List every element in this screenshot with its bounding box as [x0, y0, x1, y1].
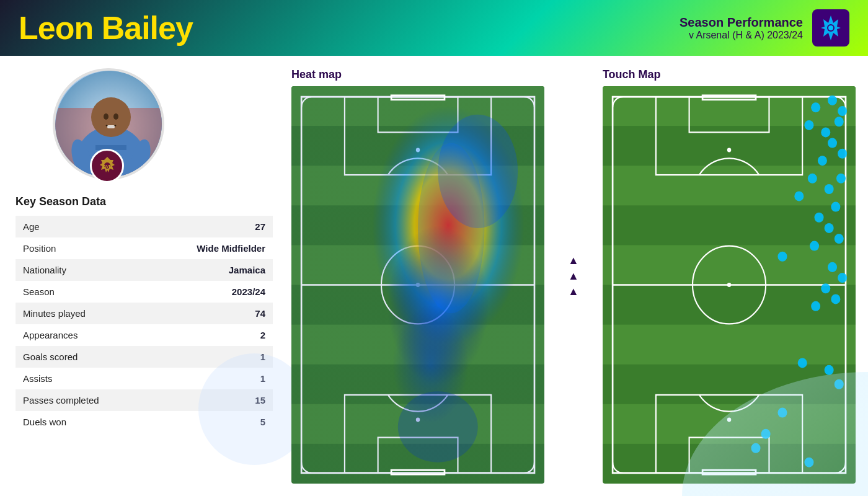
stat-value: 74 — [149, 303, 273, 324]
key-data-title: Key Season Data — [16, 195, 273, 208]
svg-point-74 — [814, 213, 823, 223]
svg-rect-46 — [603, 325, 856, 365]
stat-label: Passes completed — [16, 389, 149, 411]
svg-point-72 — [794, 191, 804, 201]
svg-point-65 — [835, 117, 844, 126]
heatmap-title: Heat map — [291, 68, 544, 81]
heatmap-section: Heat map — [291, 68, 544, 484]
table-row: Passes completed15 — [16, 389, 273, 411]
svg-point-85 — [825, 365, 834, 375]
svg-point-73 — [831, 202, 840, 212]
stat-value: 1 — [149, 368, 273, 389]
svg-point-84 — [798, 358, 807, 368]
header: Leon Bailey Season Performance v Arsenal… — [0, 0, 868, 56]
svg-point-82 — [831, 294, 840, 304]
svg-point-60 — [811, 102, 820, 112]
svg-point-90 — [804, 458, 813, 467]
table-row: Assists1 — [16, 368, 273, 389]
svg-point-89 — [751, 443, 760, 453]
stat-label: Season — [16, 281, 149, 303]
table-row: Season2023/24 — [16, 281, 273, 303]
svg-rect-45 — [603, 245, 856, 285]
season-info: Season Performance v Arsenal (H & A) 202… — [680, 16, 803, 41]
left-panel: AVL Key Season Data Age27PositionWide Mi… — [0, 56, 285, 496]
svg-text:AVL: AVL — [103, 164, 112, 169]
svg-point-78 — [777, 252, 787, 262]
svg-point-77 — [810, 241, 819, 251]
svg-point-61 — [828, 95, 837, 105]
stat-label: Nationality — [16, 259, 149, 281]
stat-value: 15 — [149, 389, 273, 411]
arrow-3: ▲ — [568, 285, 579, 298]
season-performance-label: Season Performance — [680, 16, 803, 30]
stat-value: 2023/24 — [149, 281, 273, 303]
table-row: Minutes played74 — [16, 303, 273, 324]
main-content: AVL Key Season Data Age27PositionWide Mi… — [0, 56, 868, 496]
svg-rect-44 — [603, 166, 856, 205]
svg-point-57 — [727, 418, 731, 422]
touchmap-field — [603, 86, 856, 484]
svg-point-68 — [818, 156, 827, 166]
arrows-panel: ▲ ▲ ▲ — [563, 254, 584, 298]
svg-point-54 — [727, 148, 731, 153]
stat-label: Age — [16, 216, 149, 237]
touchmap-section: Touch Map — [603, 68, 856, 484]
table-row: NationalityJamaica — [16, 259, 273, 281]
svg-point-63 — [804, 120, 813, 130]
svg-point-69 — [808, 174, 817, 184]
stat-value: 27 — [149, 216, 273, 237]
svg-point-87 — [777, 408, 787, 418]
svg-point-86 — [835, 379, 844, 389]
table-row: Age27 — [16, 216, 273, 237]
stat-value: Jamaica — [149, 259, 273, 281]
stat-label: Goals scored — [16, 346, 149, 368]
club-badge: AVL — [90, 149, 124, 183]
stat-value: 1 — [149, 346, 273, 368]
header-right: Season Performance v Arsenal (H & A) 202… — [680, 9, 849, 46]
stat-label: Minutes played — [16, 303, 149, 324]
svg-point-62 — [838, 106, 847, 116]
svg-point-64 — [821, 127, 830, 137]
svg-point-81 — [821, 283, 830, 293]
svg-point-88 — [761, 429, 771, 439]
table-row: Duels won5 — [16, 411, 273, 433]
svg-point-8 — [104, 113, 108, 120]
stats-table: Age27PositionWide MidfielderNationalityJ… — [16, 216, 273, 433]
svg-point-83 — [811, 301, 820, 311]
table-row: Goals scored1 — [16, 346, 273, 368]
svg-point-2 — [828, 25, 833, 30]
player-photo-area: AVL — [53, 68, 273, 180]
svg-point-7 — [91, 97, 131, 137]
svg-point-38 — [418, 143, 484, 314]
svg-point-39 — [398, 391, 478, 462]
svg-point-66 — [828, 138, 837, 148]
stat-label: Duels won — [16, 411, 149, 433]
svg-rect-10 — [107, 125, 115, 128]
svg-point-71 — [836, 174, 846, 184]
svg-point-79 — [828, 262, 837, 272]
stat-value: 2 — [149, 324, 273, 346]
match-info: v Arsenal (H & A) 2023/24 — [680, 30, 803, 41]
player-name: Leon Bailey — [19, 9, 193, 46]
stat-label: Assists — [16, 368, 149, 389]
svg-point-51 — [727, 283, 731, 287]
stat-value: Wide Midfielder — [149, 237, 273, 259]
table-row: Appearances2 — [16, 324, 273, 346]
stat-label: Appearances — [16, 324, 149, 346]
stat-value: 5 — [149, 411, 273, 433]
svg-point-75 — [825, 223, 834, 233]
arrow-2: ▲ — [568, 270, 579, 283]
touchmap-title: Touch Map — [603, 68, 856, 81]
svg-point-67 — [838, 149, 847, 159]
svg-point-76 — [835, 234, 844, 244]
right-panel: Heat map — [285, 56, 868, 496]
svg-point-9 — [113, 113, 118, 120]
heatmap-field — [291, 86, 544, 484]
table-row: PositionWide Midfielder — [16, 237, 273, 259]
svg-point-80 — [838, 273, 847, 283]
svg-point-70 — [825, 184, 834, 194]
premier-league-logo — [812, 9, 849, 46]
stat-label: Position — [16, 237, 149, 259]
arrow-1: ▲ — [568, 254, 579, 267]
